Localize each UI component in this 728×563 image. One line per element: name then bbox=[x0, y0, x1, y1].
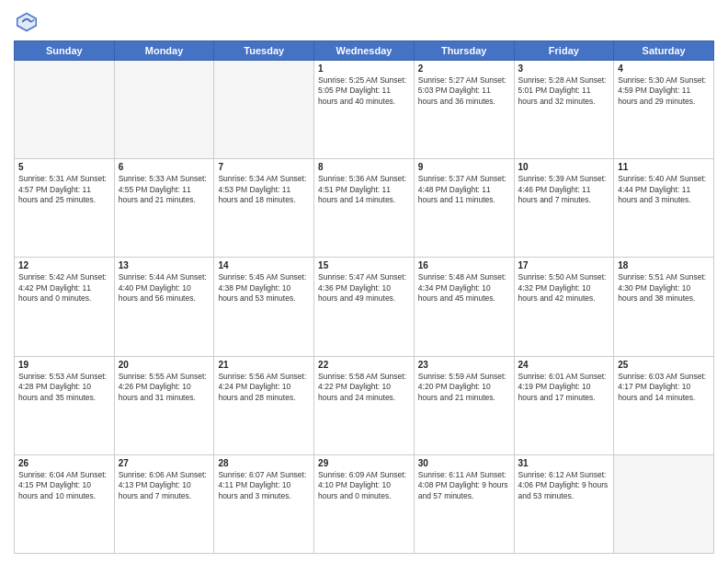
calendar-cell: 2Sunrise: 5:27 AM Sunset: 5:03 PM Daylig… bbox=[414, 61, 514, 159]
logo bbox=[14, 9, 43, 35]
day-info: Sunrise: 5:56 AM Sunset: 4:24 PM Dayligh… bbox=[218, 372, 310, 403]
calendar-table: SundayMondayTuesdayWednesdayThursdayFrid… bbox=[14, 40, 714, 554]
day-info: Sunrise: 5:27 AM Sunset: 5:03 PM Dayligh… bbox=[418, 75, 510, 107]
calendar-week-row: 26Sunrise: 6:04 AM Sunset: 4:15 PM Dayli… bbox=[15, 454, 714, 553]
calendar-cell: 22Sunrise: 5:58 AM Sunset: 4:22 PM Dayli… bbox=[314, 356, 415, 454]
day-number: 27 bbox=[119, 458, 210, 468]
weekday-header: Thursday bbox=[414, 41, 514, 61]
calendar-week-row: 5Sunrise: 5:31 AM Sunset: 4:57 PM Daylig… bbox=[15, 159, 714, 258]
calendar-cell: 14Sunrise: 5:45 AM Sunset: 4:38 PM Dayli… bbox=[214, 258, 314, 356]
day-number: 13 bbox=[119, 260, 210, 270]
day-info: Sunrise: 6:01 AM Sunset: 4:19 PM Dayligh… bbox=[518, 372, 610, 403]
day-number: 18 bbox=[618, 260, 710, 270]
calendar-week-row: 19Sunrise: 5:53 AM Sunset: 4:28 PM Dayli… bbox=[15, 356, 714, 454]
day-info: Sunrise: 6:06 AM Sunset: 4:13 PM Dayligh… bbox=[119, 470, 210, 501]
day-info: Sunrise: 6:03 AM Sunset: 4:17 PM Dayligh… bbox=[618, 372, 710, 403]
day-info: Sunrise: 6:12 AM Sunset: 4:06 PM Dayligh… bbox=[518, 470, 610, 501]
weekday-header: Saturday bbox=[614, 41, 714, 61]
day-info: Sunrise: 5:45 AM Sunset: 4:38 PM Dayligh… bbox=[218, 272, 310, 304]
day-info: Sunrise: 5:31 AM Sunset: 4:57 PM Dayligh… bbox=[18, 174, 110, 205]
day-info: Sunrise: 5:51 AM Sunset: 4:30 PM Dayligh… bbox=[618, 272, 710, 304]
day-info: Sunrise: 5:53 AM Sunset: 4:28 PM Dayligh… bbox=[18, 372, 110, 403]
day-info: Sunrise: 5:59 AM Sunset: 4:20 PM Dayligh… bbox=[418, 372, 510, 403]
day-info: Sunrise: 5:42 AM Sunset: 4:42 PM Dayligh… bbox=[18, 272, 110, 304]
calendar-header-row: SundayMondayTuesdayWednesdayThursdayFrid… bbox=[15, 41, 714, 61]
day-number: 23 bbox=[418, 360, 510, 370]
day-number: 29 bbox=[318, 458, 410, 468]
calendar-cell: 29Sunrise: 6:09 AM Sunset: 4:10 PM Dayli… bbox=[314, 454, 415, 553]
day-info: Sunrise: 6:07 AM Sunset: 4:11 PM Dayligh… bbox=[218, 470, 310, 501]
calendar-cell: 26Sunrise: 6:04 AM Sunset: 4:15 PM Dayli… bbox=[15, 454, 115, 553]
weekday-header: Sunday bbox=[15, 41, 115, 61]
calendar-cell bbox=[614, 454, 714, 553]
weekday-header: Friday bbox=[514, 41, 614, 61]
day-number: 21 bbox=[218, 360, 310, 370]
calendar-cell: 10Sunrise: 5:39 AM Sunset: 4:46 PM Dayli… bbox=[514, 159, 614, 258]
calendar-cell: 18Sunrise: 5:51 AM Sunset: 4:30 PM Dayli… bbox=[614, 258, 714, 356]
calendar-cell: 21Sunrise: 5:56 AM Sunset: 4:24 PM Dayli… bbox=[214, 356, 314, 454]
calendar-cell: 5Sunrise: 5:31 AM Sunset: 4:57 PM Daylig… bbox=[15, 159, 115, 258]
calendar-cell: 9Sunrise: 5:37 AM Sunset: 4:48 PM Daylig… bbox=[414, 159, 514, 258]
page: SundayMondayTuesdayWednesdayThursdayFrid… bbox=[0, 0, 728, 563]
day-number: 19 bbox=[18, 360, 110, 370]
day-number: 8 bbox=[318, 162, 410, 172]
day-info: Sunrise: 5:33 AM Sunset: 4:55 PM Dayligh… bbox=[119, 174, 210, 205]
calendar-cell bbox=[15, 61, 115, 159]
day-number: 30 bbox=[418, 458, 510, 468]
day-number: 7 bbox=[218, 162, 310, 172]
calendar-cell: 8Sunrise: 5:36 AM Sunset: 4:51 PM Daylig… bbox=[314, 159, 415, 258]
calendar-cell: 3Sunrise: 5:28 AM Sunset: 5:01 PM Daylig… bbox=[514, 61, 614, 159]
day-number: 3 bbox=[518, 63, 610, 74]
calendar-cell: 19Sunrise: 5:53 AM Sunset: 4:28 PM Dayli… bbox=[15, 356, 115, 454]
calendar-cell: 23Sunrise: 5:59 AM Sunset: 4:20 PM Dayli… bbox=[414, 356, 514, 454]
calendar-cell: 31Sunrise: 6:12 AM Sunset: 4:06 PM Dayli… bbox=[514, 454, 614, 553]
day-info: Sunrise: 5:34 AM Sunset: 4:53 PM Dayligh… bbox=[218, 174, 310, 205]
day-number: 1 bbox=[318, 63, 410, 74]
calendar-cell: 24Sunrise: 6:01 AM Sunset: 4:19 PM Dayli… bbox=[514, 356, 614, 454]
calendar-cell: 11Sunrise: 5:40 AM Sunset: 4:44 PM Dayli… bbox=[614, 159, 714, 258]
day-info: Sunrise: 5:28 AM Sunset: 5:01 PM Dayligh… bbox=[518, 75, 610, 107]
day-info: Sunrise: 5:25 AM Sunset: 5:05 PM Dayligh… bbox=[318, 75, 410, 107]
calendar-week-row: 12Sunrise: 5:42 AM Sunset: 4:42 PM Dayli… bbox=[15, 258, 714, 356]
day-info: Sunrise: 5:48 AM Sunset: 4:34 PM Dayligh… bbox=[418, 272, 510, 304]
calendar-cell: 25Sunrise: 6:03 AM Sunset: 4:17 PM Dayli… bbox=[614, 356, 714, 454]
calendar-cell bbox=[114, 61, 214, 159]
day-info: Sunrise: 5:39 AM Sunset: 4:46 PM Dayligh… bbox=[518, 174, 610, 205]
calendar-cell: 27Sunrise: 6:06 AM Sunset: 4:13 PM Dayli… bbox=[114, 454, 214, 553]
calendar-cell: 30Sunrise: 6:11 AM Sunset: 4:08 PM Dayli… bbox=[414, 454, 514, 553]
day-number: 15 bbox=[318, 260, 410, 270]
calendar-cell: 6Sunrise: 5:33 AM Sunset: 4:55 PM Daylig… bbox=[114, 159, 214, 258]
calendar-cell: 12Sunrise: 5:42 AM Sunset: 4:42 PM Dayli… bbox=[15, 258, 115, 356]
day-info: Sunrise: 5:58 AM Sunset: 4:22 PM Dayligh… bbox=[318, 372, 410, 403]
calendar-cell bbox=[214, 61, 314, 159]
calendar-cell: 28Sunrise: 6:07 AM Sunset: 4:11 PM Dayli… bbox=[214, 454, 314, 553]
calendar-cell: 4Sunrise: 5:30 AM Sunset: 4:59 PM Daylig… bbox=[614, 61, 714, 159]
calendar-cell: 1Sunrise: 5:25 AM Sunset: 5:05 PM Daylig… bbox=[314, 61, 415, 159]
weekday-header: Tuesday bbox=[214, 41, 314, 61]
day-info: Sunrise: 6:04 AM Sunset: 4:15 PM Dayligh… bbox=[18, 470, 110, 501]
day-info: Sunrise: 5:47 AM Sunset: 4:36 PM Dayligh… bbox=[318, 272, 410, 304]
day-number: 17 bbox=[518, 260, 610, 270]
day-number: 20 bbox=[119, 360, 210, 370]
day-number: 4 bbox=[618, 63, 710, 74]
day-info: Sunrise: 6:09 AM Sunset: 4:10 PM Dayligh… bbox=[318, 470, 410, 501]
day-number: 16 bbox=[418, 260, 510, 270]
day-number: 12 bbox=[18, 260, 110, 270]
calendar-week-row: 1Sunrise: 5:25 AM Sunset: 5:05 PM Daylig… bbox=[15, 61, 714, 159]
logo-icon bbox=[14, 9, 40, 35]
weekday-header: Wednesday bbox=[314, 41, 415, 61]
day-info: Sunrise: 5:44 AM Sunset: 4:40 PM Dayligh… bbox=[119, 272, 210, 304]
day-number: 2 bbox=[418, 63, 510, 74]
day-number: 11 bbox=[618, 162, 710, 172]
calendar-cell: 13Sunrise: 5:44 AM Sunset: 4:40 PM Dayli… bbox=[114, 258, 214, 356]
calendar-cell: 16Sunrise: 5:48 AM Sunset: 4:34 PM Dayli… bbox=[414, 258, 514, 356]
day-number: 6 bbox=[119, 162, 210, 172]
day-number: 9 bbox=[418, 162, 510, 172]
day-info: Sunrise: 5:55 AM Sunset: 4:26 PM Dayligh… bbox=[119, 372, 210, 403]
day-number: 28 bbox=[218, 458, 310, 468]
day-number: 25 bbox=[618, 360, 710, 370]
day-number: 24 bbox=[518, 360, 610, 370]
day-info: Sunrise: 5:50 AM Sunset: 4:32 PM Dayligh… bbox=[518, 272, 610, 304]
day-number: 26 bbox=[18, 458, 110, 468]
day-number: 10 bbox=[518, 162, 610, 172]
